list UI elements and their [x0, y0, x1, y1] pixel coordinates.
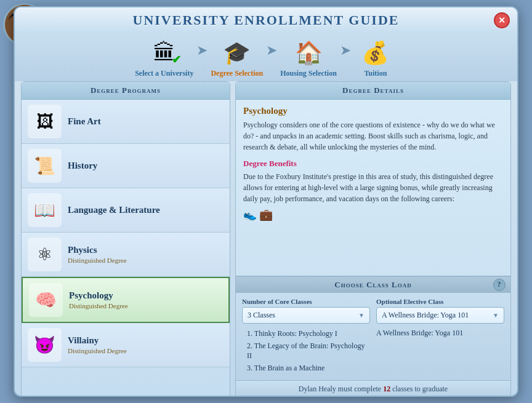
- classes-col: 1. Thinky Roots: Psychology I 2. The Leg…: [242, 329, 370, 375]
- window-title: University Enrollment Guide: [27, 12, 505, 28]
- elective-value: A Wellness Bridge: Yoga 101: [382, 311, 469, 320]
- degree-details-content: Psychology Psychology considers one of t…: [236, 100, 510, 276]
- psychology-icon: 🧠: [29, 283, 63, 317]
- class-item-1: 1. Thinky Roots: Psychology I: [247, 329, 370, 339]
- arrow-3: ➤: [340, 42, 351, 58]
- class-item-2: 2. The Legacy of the Brain: Psychology I…: [247, 341, 370, 362]
- fine-art-icon: 🖼: [28, 105, 62, 138]
- degree-villainy[interactable]: 😈 Villainy Distinguished Degree: [22, 323, 230, 367]
- graduation-count: 12: [383, 385, 390, 393]
- core-classes-label: Number of Core Classes: [242, 298, 370, 305]
- graduation-prefix: Dylan Healy must complete: [299, 385, 381, 393]
- language-literature-icon: 📖: [28, 193, 62, 227]
- career-icon-1: 👟: [243, 208, 257, 221]
- degree-physics[interactable]: ⚛ Physics Distinguished Degree: [22, 233, 230, 277]
- core-classes-arrow: ▼: [358, 312, 365, 319]
- step-tuition[interactable]: 💰 Tuition: [354, 34, 397, 78]
- elective-col: A Wellness Bridge: Yoga 101: [376, 329, 504, 375]
- elective-label: Optional Elective Class: [376, 298, 504, 305]
- elective-group: Optional Elective Class A Wellness Bridg…: [376, 298, 504, 324]
- degree-psychology[interactable]: 🧠 Psychology Distinguished Degree: [22, 277, 230, 323]
- class-selectors: Number of Core Classes 3 Classes ▼ Optio…: [242, 298, 504, 324]
- villainy-subtitle: Distinguished Degree: [68, 347, 127, 354]
- villainy-name: Villainy: [68, 335, 127, 346]
- degree-benefits-text: Due to the Foxbury Institute's prestige …: [243, 171, 503, 204]
- psychology-name: Psychology: [69, 290, 128, 301]
- history-name: History: [68, 161, 97, 171]
- steps-bar: 🏛 ✔ Select a University ➤ 🎓 Degree Selec…: [15, 31, 517, 81]
- graduation-suffix: classes to graduate: [392, 385, 448, 393]
- career-icon-2: 💼: [259, 208, 273, 221]
- degree-fine-art[interactable]: 🖼 Fine Art: [22, 100, 230, 144]
- detail-description: Psychology considers one of the core que…: [243, 119, 503, 153]
- arrow-2: ➤: [266, 42, 277, 58]
- core-classes-value: 3 Classes: [248, 311, 275, 320]
- physics-subtitle: Distinguished Degree: [68, 257, 127, 264]
- physics-icon: ⚛: [28, 237, 62, 271]
- class-load-section: Choose Class Load ? Number of Core Class…: [236, 276, 510, 397]
- fine-art-name: Fine Art: [68, 116, 101, 127]
- physics-name: Physics: [68, 245, 127, 255]
- housing-icon: 🏠: [287, 34, 330, 71]
- checkmark-icon: ✔: [172, 53, 181, 66]
- class-item-3: 3. The Brain as a Machine: [247, 363, 370, 373]
- class-load-header: Choose Class Load ?: [236, 277, 510, 293]
- arrow-1: ➤: [196, 42, 208, 58]
- university-icon: 🏛 ✔: [143, 34, 186, 71]
- content-area: Degree Programs 🖼 Fine Art 📜 History: [21, 81, 511, 397]
- career-icons: 👟 💼: [243, 208, 503, 221]
- close-button[interactable]: ✕: [494, 12, 510, 28]
- degree-icon: 🎓: [216, 34, 259, 71]
- detail-degree-name: Psychology: [243, 106, 503, 116]
- class-load-content: Number of Core Classes 3 Classes ▼ Optio…: [236, 293, 510, 380]
- history-icon: 📜: [28, 149, 62, 183]
- degree-programs-header: Degree Programs: [22, 82, 230, 100]
- core-classes-group: Number of Core Classes 3 Classes ▼: [242, 298, 370, 324]
- core-classes-dropdown[interactable]: 3 Classes ▼: [242, 307, 370, 324]
- step-degree-selection[interactable]: 🎓 Degree Selection: [211, 34, 263, 78]
- degree-benefits-title: Degree Benefits: [243, 159, 503, 169]
- two-col: 1. Thinky Roots: Psychology I 2. The Leg…: [242, 329, 504, 375]
- villainy-icon: 😈: [28, 328, 62, 362]
- left-panel: Degree Programs 🖼 Fine Art 📜 History: [21, 81, 230, 397]
- degree-details-header: Degree Details: [236, 82, 510, 100]
- degree-language-literature[interactable]: 📖 Language & Literature: [22, 188, 230, 233]
- main-window: University Enrollment Guide ✕ 🏛 ✔ Select…: [14, 6, 518, 397]
- degree-history[interactable]: 📜 History: [22, 144, 230, 188]
- language-literature-name: Language & Literature: [68, 205, 160, 215]
- step-housing-selection[interactable]: 🏠 Housing Selection: [280, 34, 337, 78]
- header: University Enrollment Guide ✕: [15, 7, 517, 31]
- step-select-university[interactable]: 🏛 ✔ Select a University: [135, 34, 193, 78]
- graduation-text: Dylan Healy must complete 12 classes to …: [236, 380, 510, 397]
- degree-list: 🖼 Fine Art 📜 History 📖 Languag: [22, 100, 230, 397]
- help-button[interactable]: ?: [493, 279, 506, 291]
- tuition-icon: 💰: [354, 34, 397, 71]
- psychology-subtitle: Distinguished Degree: [69, 302, 128, 309]
- class-load-title: Choose Class Load: [334, 280, 411, 290]
- right-panel: Degree Details Psychology Psychology con…: [235, 81, 511, 397]
- classes-list: 1. Thinky Roots: Psychology I 2. The Leg…: [247, 329, 370, 373]
- elective-dropdown[interactable]: A Wellness Bridge: Yoga 101 ▼: [376, 307, 504, 324]
- elective-arrow: ▼: [493, 312, 499, 319]
- elective-display: A Wellness Bridge: Yoga 101: [376, 329, 504, 338]
